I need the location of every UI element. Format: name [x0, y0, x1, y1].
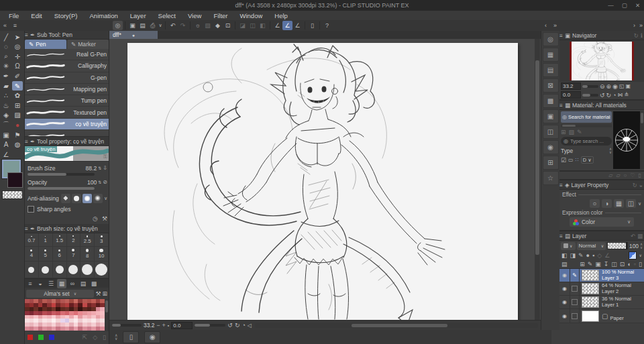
color-swatch[interactable] [34, 327, 38, 331]
material-frame-icon[interactable]: ▣ [543, 109, 559, 123]
material-image-icon[interactable]: ◫ [543, 125, 559, 139]
tool-nav-tab-icon[interactable]: ◒ [639, 182, 643, 188]
create-mask-icon[interactable]: ◐ [627, 261, 631, 268]
add-color-set-icon[interactable]: ⊞ [102, 290, 107, 297]
approx-color-tab-icon[interactable]: ▤ [78, 279, 88, 288]
gradient-tool-icon[interactable]: ▨ [12, 111, 23, 120]
brush-size-2.5[interactable]: 2.5 [80, 233, 95, 247]
stepper-icon[interactable]: ⇅ [98, 180, 101, 184]
chevron-down-icon[interactable]: ∨ [638, 201, 641, 207]
menu-view[interactable]: View [182, 11, 207, 20]
layer-row-layer1[interactable]: ◉ 36 % Normal Layer 1 [559, 296, 644, 309]
red-swatch[interactable] [28, 335, 33, 340]
menu-window[interactable]: Window [234, 11, 269, 20]
enable-mask-icon[interactable]: ◇ [597, 252, 602, 259]
layer-view-icon[interactable]: ▤ [561, 261, 568, 268]
panel-menu-icon[interactable]: ≡ [559, 102, 563, 109]
rotate-left-icon[interactable]: ↺ [227, 322, 233, 329]
material-color-pattern-icon[interactable]: ▦ [543, 48, 559, 62]
text-tool-icon[interactable]: A [1, 140, 11, 150]
layer-search-tab-icon[interactable]: ↶ [631, 233, 635, 239]
menu-storyp[interactable]: Story(P) [48, 11, 84, 20]
ruler-range-icon[interactable]: ∠ [604, 252, 610, 259]
tab-close-icon[interactable]: ● [132, 33, 135, 38]
pen-tool-icon[interactable]: ╱ [1, 32, 11, 42]
nav-zoom-out-icon[interactable]: ⊖ [600, 83, 605, 90]
balloon-tool-icon[interactable]: ◍ [12, 140, 23, 150]
anti-aliasing-weak[interactable] [72, 194, 81, 203]
brush-size-8[interactable]: 8 [80, 247, 95, 262]
menu-help[interactable]: Help [268, 11, 294, 20]
layer-opacity-value[interactable]: 100 [629, 243, 639, 249]
material-tree-hscroll[interactable] [561, 124, 612, 127]
reference-layer-icon[interactable]: ◨ [570, 252, 576, 259]
nav-rotate-left-icon[interactable]: ↺ [600, 92, 605, 99]
brush-size-large[interactable] [39, 262, 53, 278]
sub-view-icon[interactable]: ◎ [543, 32, 559, 46]
layer-template-tab-icon[interactable]: ▦ [637, 233, 643, 239]
document-tab[interactable]: dff* ● [109, 31, 158, 39]
nav-zoom-in-icon[interactable]: ⊕ [606, 83, 612, 90]
opacity-value[interactable]: 100 [87, 179, 97, 186]
material-download-icon[interactable]: ⊞ [543, 156, 559, 170]
intermediate-color-tab-icon[interactable]: ∞ [68, 279, 77, 288]
color-wheel-tab-icon[interactable]: ◒ [36, 279, 45, 288]
save-file-icon[interactable]: ⎙ [148, 21, 158, 30]
lock-icon[interactable]: ⚿ [103, 154, 107, 160]
frame-border-tool-icon[interactable]: ▣ [1, 130, 11, 139]
navigator-thumbnail[interactable] [570, 42, 634, 80]
brush-size-3[interactable]: 3 [95, 233, 109, 247]
anti-aliasing-none[interactable] [61, 194, 70, 203]
material-vscrollbar[interactable] [640, 111, 644, 169]
color-swatch[interactable] [25, 327, 30, 331]
nav-rotate-right-icon[interactable]: ↻ [606, 92, 612, 99]
thumbnail-view-icon[interactable]: ∷ [576, 157, 579, 163]
type-down-icon[interactable]: ∨ [609, 151, 612, 154]
anti-aliasing-middle[interactable] [83, 194, 92, 203]
auto-select-tool-icon[interactable]: ◎ [12, 42, 23, 52]
material-monochrome-icon[interactable]: ▤ [543, 63, 559, 77]
color-swatch[interactable] [74, 327, 78, 331]
import-material-icon[interactable]: ▱ [616, 172, 620, 178]
tab-marker[interactable]: ✎ Marker [67, 40, 109, 49]
fit-to-screen-icon[interactable]: ▪ [168, 323, 169, 328]
operation-tool-icon[interactable]: ➤ [12, 32, 23, 42]
collapse-left-icon[interactable]: « [0, 21, 10, 30]
green-swatch[interactable] [38, 335, 44, 340]
panel-menu-icon[interactable]: ≡ [25, 225, 28, 232]
snap-ruler-icon[interactable]: ∠ [272, 21, 282, 30]
delete-color-icon[interactable]: ▯ [103, 334, 106, 341]
brush-size-10[interactable]: 10 [95, 247, 109, 262]
color-set-tab-icon[interactable]: ▦ [57, 279, 66, 288]
blue-swatch[interactable] [49, 335, 54, 340]
zoom-out-icon[interactable]: − [156, 322, 160, 329]
help-icon[interactable]: ? [322, 21, 332, 30]
color-swatch[interactable] [87, 327, 92, 331]
material-tone-icon[interactable]: ▩ [543, 94, 559, 108]
flip-view-icon[interactable]: ◆ [213, 21, 223, 30]
ruler-tool-icon[interactable]: ∠ [1, 150, 11, 159]
visibility-eye-icon[interactable]: ◉ [559, 309, 570, 323]
blend-thumbnail-dropdown[interactable]: ∨ [561, 242, 576, 250]
sort-dropdown[interactable]: D ∨ [581, 156, 594, 164]
brush-tool-icon[interactable]: ✐ [12, 71, 23, 80]
magic-wand-tool-icon[interactable]: ✳ [1, 62, 11, 71]
delete-layer-icon[interactable]: ▯ [639, 261, 642, 268]
curve-tool-icon[interactable]: ⌒ [1, 120, 11, 129]
combine-layer-icon[interactable]: ◫ [611, 261, 617, 268]
navigator-zoom-value[interactable]: 33.2 [561, 82, 581, 90]
redo-icon[interactable]: ↷ [178, 21, 188, 30]
marquee-tool-icon[interactable]: ◌ [1, 42, 11, 52]
nav-flip-vertical-icon[interactable]: ≜ [625, 92, 629, 98]
menu-file[interactable]: File [3, 11, 25, 20]
crop-icon[interactable]: ⊡ [223, 21, 233, 30]
color-swatch[interactable] [60, 327, 65, 331]
color-swatch[interactable] [65, 327, 70, 331]
opacity-option-icon[interactable]: ⊘ [103, 179, 107, 185]
minimize-button[interactable]: — [608, 2, 614, 9]
brush-size-0.7[interactable]: 0.7 [25, 233, 39, 247]
chevron-down-icon[interactable]: ∨ [639, 253, 642, 257]
panel-menu-icon[interactable]: ≡ [25, 32, 28, 38]
nav-fit-window-icon[interactable]: ▣ [626, 83, 631, 89]
color-swatch[interactable] [30, 327, 34, 331]
